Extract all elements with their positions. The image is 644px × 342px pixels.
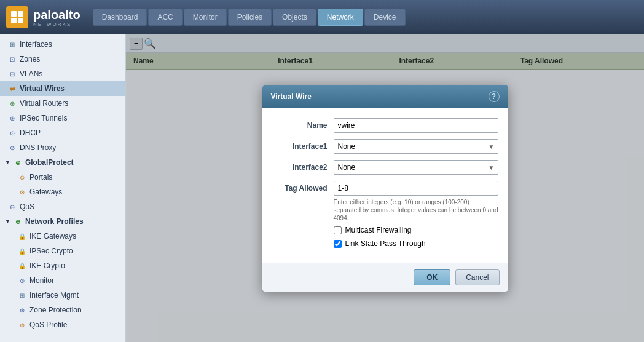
dialog-title: Virtual Wire xyxy=(271,92,312,101)
sidebar-item-ike-crypto[interactable]: 🔒 IKE Crypto xyxy=(0,258,125,273)
ipsec-crypto-icon: 🔒 xyxy=(17,246,27,256)
tab-dashboard[interactable]: Dashboard xyxy=(93,9,147,26)
sidebar-item-ike-gateways[interactable]: 🔒 IKE Gateways xyxy=(0,229,125,244)
name-row: Name xyxy=(272,118,498,133)
sidebar-item-monitor[interactable]: ⊙ Monitor xyxy=(0,273,125,288)
sidebar-item-zones[interactable]: ⊡ Zones xyxy=(0,52,125,66)
tab-policies[interactable]: Policies xyxy=(228,9,272,26)
sidebar-label-qos-profile: QoS Profile xyxy=(29,320,67,329)
dialog-footer: OK Cancel xyxy=(262,263,508,292)
tag-allowed-row: Tag Allowed xyxy=(272,181,498,196)
sidebar-group-globalprotect[interactable]: ▼ ⊜ GlobalProtect xyxy=(0,155,125,170)
qos-icon: ⊖ xyxy=(7,202,17,212)
multicast-label: Multicast Firewalling xyxy=(345,226,412,234)
gateways-icon: ⊗ xyxy=(17,187,27,197)
sidebar-label-zones: Zones xyxy=(20,55,40,63)
tab-network[interactable]: Network xyxy=(318,9,363,26)
tag-allowed-label: Tag Allowed xyxy=(272,184,328,193)
multicast-row: Multicast Firewalling xyxy=(334,226,498,234)
tag-allowed-input[interactable] xyxy=(334,181,498,196)
svg-rect-0 xyxy=(11,11,17,17)
interfaces-icon: ⊞ xyxy=(7,39,17,49)
interface2-label: Interface2 xyxy=(272,163,328,172)
ike-gateways-icon: 🔒 xyxy=(17,231,27,241)
sidebar-item-portals[interactable]: ⊚ Portals xyxy=(0,170,125,185)
sidebar-item-virtual-wires[interactable]: ⇌ Virtual Wires xyxy=(0,81,125,96)
name-label: Name xyxy=(272,121,328,130)
dialog-header: Virtual Wire ? xyxy=(262,85,508,108)
sidebar-item-zone-protection[interactable]: ⊛ Zone Protection xyxy=(0,303,125,317)
qos-profile-icon: ⊚ xyxy=(17,320,27,330)
sidebar-item-qos-profile[interactable]: ⊚ QoS Profile xyxy=(0,317,125,332)
linkstate-checkbox[interactable] xyxy=(334,240,342,248)
tab-objects[interactable]: Objects xyxy=(273,9,316,26)
vlans-icon: ⊟ xyxy=(7,69,17,79)
sidebar-item-ipsec-tunnels[interactable]: ⊛ IPSec Tunnels xyxy=(0,111,125,125)
sidebar-label-network-profiles: Network Profiles xyxy=(25,217,84,226)
dialog-help-button[interactable]: ? xyxy=(489,91,500,102)
interface1-select[interactable]: None xyxy=(334,139,498,154)
ok-button[interactable]: OK xyxy=(414,269,450,285)
sidebar-label-monitor: Monitor xyxy=(29,276,54,285)
tab-acc[interactable]: ACC xyxy=(148,9,182,26)
sidebar-item-gateways[interactable]: ⊗ Gateways xyxy=(0,185,125,199)
interface2-select[interactable]: None xyxy=(334,160,498,175)
cancel-button[interactable]: Cancel xyxy=(455,269,499,285)
sidebar-label-dns-proxy: DNS Proxy xyxy=(20,143,56,152)
sidebar-label-qos: QoS xyxy=(20,202,34,211)
svg-rect-3 xyxy=(18,18,23,23)
sidebar-label-ipsec-crypto: IPSec Crypto xyxy=(29,247,73,255)
sidebar-label-dhcp: DHCP xyxy=(20,129,41,137)
dns-proxy-icon: ⊘ xyxy=(7,143,17,153)
sidebar-item-vlans[interactable]: ⊟ VLANs xyxy=(0,66,125,81)
interface2-row: Interface2 None ▼ xyxy=(272,160,498,175)
sidebar-label-vlans: VLANs xyxy=(20,70,42,78)
linkstate-label: Link State Pass Through xyxy=(345,239,426,248)
globalprotect-icon: ⊜ xyxy=(13,157,23,167)
dialog-overlay: Virtual Wire ? Name Interface1 None xyxy=(126,34,644,342)
dialog-body: Name Interface1 None ▼ xyxy=(262,108,508,263)
nav-tabs: Dashboard ACC Monitor Policies Objects N… xyxy=(93,9,406,26)
sidebar-item-dhcp[interactable]: ⊙ DHCP xyxy=(0,125,125,140)
network-profiles-icon: ⊕ xyxy=(13,217,23,226)
sidebar-label-interface-mgmt: Interface Mgmt xyxy=(29,291,79,300)
sidebar-label-zone-protection: Zone Protection xyxy=(29,306,82,314)
interface1-label: Interface1 xyxy=(272,142,328,151)
ike-crypto-icon: 🔒 xyxy=(17,261,27,271)
monitor-sidebar-icon: ⊙ xyxy=(17,276,27,285)
multicast-checkbox[interactable] xyxy=(334,226,342,234)
interface-mgmt-icon: ⊞ xyxy=(17,290,27,300)
linkstate-row: Link State Pass Through xyxy=(334,239,498,248)
zones-icon: ⊡ xyxy=(7,54,17,64)
interface2-select-wrap: None ▼ xyxy=(334,160,498,175)
sidebar-label-virtual-wires: Virtual Wires xyxy=(20,84,65,93)
sidebar-item-ipsec-crypto[interactable]: 🔒 IPSec Crypto xyxy=(0,244,125,258)
sidebar-label-gateways: Gateways xyxy=(29,188,62,196)
interface1-select-wrap: None ▼ xyxy=(334,139,498,154)
sidebar-item-interface-mgmt[interactable]: ⊞ Interface Mgmt xyxy=(0,288,125,303)
tag-hint-text: Enter either integers (e.g. 10) or range… xyxy=(334,198,498,222)
ipsec-tunnels-icon: ⊛ xyxy=(7,113,17,123)
sidebar-item-interfaces[interactable]: ⊞ Interfaces xyxy=(0,37,125,52)
sidebar-group-network-profiles[interactable]: ▼ ⊕ Network Profiles xyxy=(0,214,125,229)
sidebar-item-qos[interactable]: ⊖ QoS xyxy=(0,199,125,214)
logo: paloalto NETWORKS xyxy=(6,6,80,28)
tab-monitor[interactable]: Monitor xyxy=(184,9,227,26)
logo-text: paloalto NETWORKS xyxy=(33,8,80,27)
header: paloalto NETWORKS Dashboard ACC Monitor … xyxy=(0,0,644,34)
sidebar-label-ike-gateways: IKE Gateways xyxy=(29,232,76,241)
main-layout: ⊞ Interfaces ⊡ Zones ⊟ VLANs ⇌ Virtual W… xyxy=(0,34,644,342)
sidebar-item-dns-proxy[interactable]: ⊘ DNS Proxy xyxy=(0,140,125,155)
sidebar-item-virtual-routers[interactable]: ⊕ Virtual Routers xyxy=(0,96,125,111)
name-input[interactable] xyxy=(334,118,498,133)
sidebar-label-ike-crypto: IKE Crypto xyxy=(29,261,65,270)
network-profiles-expand-icon: ▼ xyxy=(5,218,10,225)
virtual-wire-dialog: Virtual Wire ? Name Interface1 None xyxy=(262,85,508,292)
sidebar-label-ipsec-tunnels: IPSec Tunnels xyxy=(20,114,67,122)
sidebar: ⊞ Interfaces ⊡ Zones ⊟ VLANs ⇌ Virtual W… xyxy=(0,34,126,342)
tab-device[interactable]: Device xyxy=(364,9,406,26)
globalprotect-expand-icon: ▼ xyxy=(5,159,10,165)
virtual-routers-icon: ⊕ xyxy=(7,98,17,108)
logo-icon xyxy=(6,6,28,28)
sidebar-label-portals: Portals xyxy=(29,173,52,181)
